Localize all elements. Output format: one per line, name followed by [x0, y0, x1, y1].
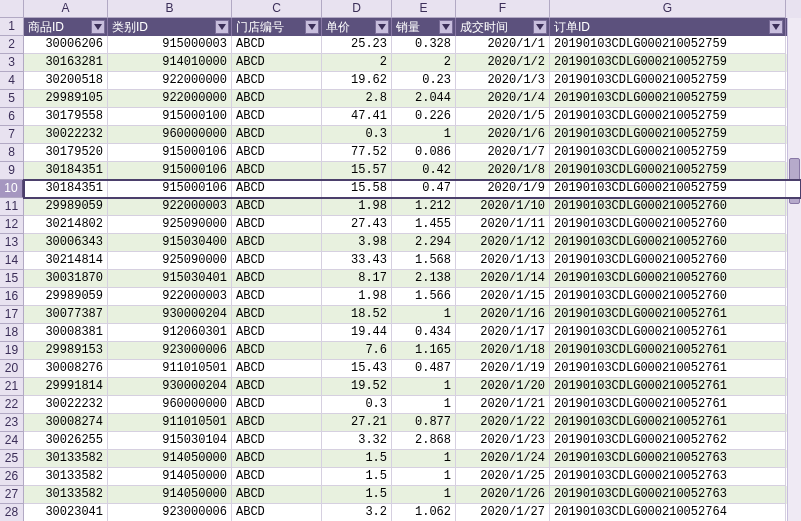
row-header[interactable]: 18 — [0, 324, 24, 342]
table-row[interactable]: 30022232960000000ABCD0.312020/1/21201901… — [24, 396, 801, 414]
cell[interactable]: ABCD — [232, 108, 322, 126]
cell[interactable]: ABCD — [232, 54, 322, 72]
cell[interactable]: 2020/1/24 — [456, 450, 550, 468]
row-header[interactable]: 15 — [0, 270, 24, 288]
cell[interactable]: 19.52 — [322, 378, 392, 396]
cell[interactable]: 27.43 — [322, 216, 392, 234]
row-header[interactable]: 8 — [0, 144, 24, 162]
cell[interactable]: 1.5 — [322, 486, 392, 504]
col-header-A[interactable]: A — [24, 0, 108, 18]
row-header[interactable]: 24 — [0, 432, 24, 450]
cell[interactable]: 2.8 — [322, 90, 392, 108]
cell[interactable]: ABCD — [232, 378, 322, 396]
col-header-B[interactable]: B — [108, 0, 232, 18]
cell[interactable]: 29989105 — [24, 90, 108, 108]
cell[interactable]: 0.434 — [392, 324, 456, 342]
filter-dropdown-icon[interactable] — [533, 20, 547, 34]
row-header[interactable]: 16 — [0, 288, 24, 306]
cell[interactable]: ABCD — [232, 324, 322, 342]
cell[interactable]: 20190103CDLG000210052761 — [550, 324, 786, 342]
cell[interactable]: 1 — [392, 378, 456, 396]
cell[interactable]: 1.062 — [392, 504, 456, 521]
cell[interactable]: 20190103CDLG000210052763 — [550, 486, 786, 504]
filter-dropdown-icon[interactable] — [215, 20, 229, 34]
cell[interactable]: ABCD — [232, 432, 322, 450]
cell[interactable]: 922000000 — [108, 90, 232, 108]
cell[interactable]: 0.42 — [392, 162, 456, 180]
row-header[interactable]: 9 — [0, 162, 24, 180]
cell[interactable]: 1 — [392, 396, 456, 414]
cell[interactable]: 20190103CDLG000210052759 — [550, 36, 786, 54]
cell[interactable]: 1.568 — [392, 252, 456, 270]
cell[interactable]: 922000003 — [108, 198, 232, 216]
cell[interactable]: 7.6 — [322, 342, 392, 360]
cell[interactable]: 1 — [392, 306, 456, 324]
row-header[interactable]: 2 — [0, 36, 24, 54]
cell[interactable]: 30077387 — [24, 306, 108, 324]
cell[interactable]: 20190103CDLG000210052761 — [550, 306, 786, 324]
table-row[interactable]: 29989059922000003ABCD1.981.2122020/1/102… — [24, 198, 801, 216]
cell[interactable]: 930000204 — [108, 306, 232, 324]
cell[interactable]: 915030400 — [108, 234, 232, 252]
cell[interactable]: 2020/1/8 — [456, 162, 550, 180]
cell[interactable]: 930000204 — [108, 378, 232, 396]
cell[interactable]: 1 — [392, 126, 456, 144]
cell[interactable]: 20190103CDLG000210052759 — [550, 54, 786, 72]
cell[interactable]: 20190103CDLG000210052760 — [550, 234, 786, 252]
cell[interactable]: ABCD — [232, 144, 322, 162]
header-cell-store-code[interactable]: 门店编号 — [232, 18, 322, 36]
cell[interactable]: 2020/1/10 — [456, 198, 550, 216]
cell[interactable]: 915030401 — [108, 270, 232, 288]
cell[interactable]: 2020/1/23 — [456, 432, 550, 450]
cell[interactable]: 20190103CDLG000210052763 — [550, 468, 786, 486]
cell[interactable]: ABCD — [232, 234, 322, 252]
row-header[interactable]: 11 — [0, 198, 24, 216]
cell[interactable]: ABCD — [232, 468, 322, 486]
cell[interactable]: ABCD — [232, 450, 322, 468]
cell[interactable]: 25.23 — [322, 36, 392, 54]
cell[interactable]: ABCD — [232, 342, 322, 360]
cell[interactable]: ABCD — [232, 180, 322, 198]
row-header[interactable]: 19 — [0, 342, 24, 360]
cell[interactable]: 2020/1/7 — [456, 144, 550, 162]
cell[interactable]: 914050000 — [108, 450, 232, 468]
cell[interactable]: 3.32 — [322, 432, 392, 450]
filter-dropdown-icon[interactable] — [439, 20, 453, 34]
cell[interactable]: 0.23 — [392, 72, 456, 90]
row-header[interactable]: 3 — [0, 54, 24, 72]
cell[interactable]: 1.212 — [392, 198, 456, 216]
cell[interactable]: 18.52 — [322, 306, 392, 324]
cell[interactable]: 1 — [392, 468, 456, 486]
row-header[interactable]: 17 — [0, 306, 24, 324]
cell[interactable]: 30133582 — [24, 468, 108, 486]
cell[interactable]: 8.17 — [322, 270, 392, 288]
table-row[interactable]: 30133582914050000ABCD1.512020/1/26201901… — [24, 486, 801, 504]
cell[interactable]: 29989153 — [24, 342, 108, 360]
cell[interactable]: 30022232 — [24, 126, 108, 144]
cell[interactable]: 30184351 — [24, 180, 108, 198]
select-all-corner[interactable] — [0, 0, 24, 18]
cell[interactable]: 1.98 — [322, 288, 392, 306]
cell[interactable]: 1.566 — [392, 288, 456, 306]
cell[interactable]: 33.43 — [322, 252, 392, 270]
row-header[interactable]: 10 — [0, 180, 24, 198]
cell[interactable]: 20190103CDLG000210052762 — [550, 432, 786, 450]
cell[interactable]: ABCD — [232, 306, 322, 324]
cell[interactable]: 2020/1/19 — [456, 360, 550, 378]
cell[interactable]: 20190103CDLG000210052759 — [550, 180, 786, 198]
cell[interactable]: ABCD — [232, 72, 322, 90]
table-row[interactable]: 30008276911010501ABCD15.430.4872020/1/19… — [24, 360, 801, 378]
table-row[interactable]: 30184351915000106ABCD15.580.472020/1/920… — [24, 180, 801, 198]
cell[interactable]: 30006343 — [24, 234, 108, 252]
cell[interactable]: 29989059 — [24, 198, 108, 216]
cell[interactable]: 915000106 — [108, 180, 232, 198]
cell[interactable]: 3.2 — [322, 504, 392, 521]
cell[interactable]: 47.41 — [322, 108, 392, 126]
cell[interactable]: 29989059 — [24, 288, 108, 306]
cell[interactable]: 30008274 — [24, 414, 108, 432]
col-header-D[interactable]: D — [322, 0, 392, 18]
vertical-scrollbar[interactable] — [787, 18, 801, 521]
cell[interactable]: 2.294 — [392, 234, 456, 252]
header-cell-category-id[interactable]: 类别ID — [108, 18, 232, 36]
cell[interactable]: 2020/1/4 — [456, 90, 550, 108]
